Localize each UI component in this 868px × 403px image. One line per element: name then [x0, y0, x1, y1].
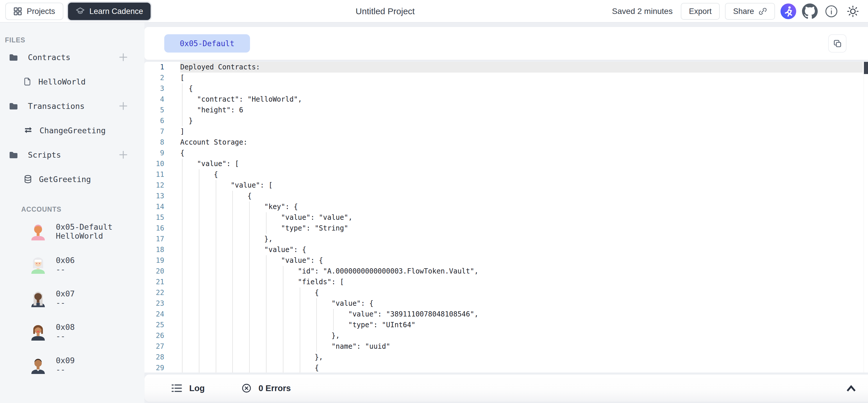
code-line[interactable]: "value": { [180, 244, 863, 255]
indent-guide [216, 244, 216, 255]
code-line[interactable]: { [180, 169, 863, 180]
add-contract-button[interactable] [118, 52, 128, 62]
editor-tab-bar: 0x05-Default [145, 27, 868, 60]
account-row-0x09[interactable]: 0x09 -- [0, 348, 145, 381]
indent-guide [182, 212, 183, 223]
code-line[interactable]: "value": { [180, 298, 863, 309]
info-button[interactable] [823, 3, 839, 20]
share-button[interactable]: Share [725, 3, 775, 20]
indent-guide [283, 363, 283, 372]
export-button[interactable]: Export [681, 3, 720, 20]
code-line[interactable]: "fields": [ [180, 277, 863, 288]
code-line[interactable]: } [180, 115, 863, 126]
file-label: ChangeGreeting [39, 126, 106, 135]
log-tab[interactable]: Log [171, 383, 205, 393]
line-number: 26 [145, 330, 175, 341]
code-line[interactable]: "type": "String" [180, 223, 863, 234]
indent-guide [249, 223, 250, 234]
indent-guide [182, 191, 183, 201]
sidebar-file-changegreeting[interactable]: ChangeGreeting [0, 118, 145, 142]
code-line[interactable]: "contract": "HelloWorld", [180, 94, 863, 105]
indent-guide [182, 363, 183, 372]
code-line[interactable]: }, [180, 352, 863, 363]
code-line[interactable]: "name": "uuid" [180, 341, 863, 352]
indent-guide [182, 244, 183, 255]
editor-scrollbar[interactable] [864, 62, 868, 372]
line-number: 29 [145, 363, 175, 372]
sidebar-folder-scripts[interactable]: Scripts [0, 142, 145, 167]
indent-guide [232, 234, 233, 244]
indent-guide [300, 341, 300, 352]
editor-code[interactable]: Deployed Contracts:[ { "contract": "Hell… [180, 62, 863, 372]
line-number: 23 [145, 298, 175, 309]
sidebar-file-getgreeting[interactable]: GetGreeting [0, 167, 145, 191]
add-script-button[interactable] [118, 150, 128, 160]
indent-guide [232, 288, 233, 298]
indent-guide [182, 83, 183, 94]
indent-guide [316, 330, 317, 341]
account-row-0x05[interactable]: 0x05-Default HelloWorld [0, 214, 145, 248]
indent-guide [216, 309, 216, 320]
log-panel-header[interactable]: Log 0 Errors [145, 374, 868, 402]
scrollbar-thumb[interactable] [864, 62, 868, 74]
line-number: 12 [145, 180, 175, 191]
account-deployed: -- [56, 298, 75, 307]
account-row-0x06[interactable]: 0x06 -- [0, 248, 145, 281]
indent-guide [182, 320, 183, 330]
account-address: 0x07 [56, 289, 75, 298]
project-title[interactable]: Untitled Project [355, 0, 414, 23]
code-line[interactable]: "type": "UInt64" [180, 320, 863, 330]
indent-guide [182, 255, 183, 266]
account-row-0x08[interactable]: 0x08 -- [0, 315, 145, 348]
line-number: 15 [145, 212, 175, 223]
code-line[interactable]: { [180, 363, 863, 372]
code-line[interactable]: [ [180, 73, 863, 83]
sidebar-folder-contracts[interactable]: Contracts [0, 45, 145, 69]
code-line[interactable]: { [180, 191, 863, 201]
playground-avatar[interactable] [780, 3, 797, 20]
code-line[interactable]: "value": "3891110078048108546", [180, 309, 863, 320]
expand-log-button[interactable] [846, 384, 856, 392]
code-line[interactable]: "id": "A.0000000000000003.FlowToken.Vaul… [180, 266, 863, 277]
errors-tab[interactable]: 0 Errors [242, 383, 291, 393]
indent-guide [249, 320, 250, 330]
code-line[interactable]: "height": 6 [180, 105, 863, 115]
code-line[interactable]: ] [180, 126, 863, 137]
indent-guide [216, 234, 216, 244]
indent-guide [216, 288, 216, 298]
sidebar-file-helloworld[interactable]: HelloWorld [0, 69, 145, 94]
code-line[interactable]: }, [180, 330, 863, 341]
code-line[interactable]: Account Storage: [180, 137, 863, 148]
code-editor[interactable]: 1234567891011121314151617181920212223242… [145, 62, 868, 372]
code-line[interactable]: { [180, 288, 863, 298]
code-line[interactable]: "value": { [180, 255, 863, 266]
indent-guide [232, 212, 233, 223]
account-row-0x07[interactable]: 0x07 -- [0, 281, 145, 315]
indent-guide [182, 201, 183, 212]
indent-guide [216, 212, 216, 223]
code-line[interactable]: { [180, 83, 863, 94]
indent-guide [283, 309, 283, 320]
projects-button[interactable]: Projects [5, 3, 63, 20]
file-label: HelloWorld [38, 77, 86, 86]
indent-guide [199, 191, 199, 201]
code-line[interactable]: "value": [ [180, 159, 863, 169]
learn-cadence-button[interactable]: Learn Cadence [68, 3, 151, 20]
sidebar-folder-transactions[interactable]: Transactions [0, 94, 145, 118]
github-icon [802, 3, 818, 19]
code-line[interactable]: "value": [ [180, 180, 863, 191]
copy-button[interactable] [828, 34, 846, 53]
code-line[interactable]: "value": "value", [180, 212, 863, 223]
indent-guide [232, 320, 233, 330]
link-icon [759, 7, 767, 15]
github-link[interactable] [802, 3, 818, 20]
theme-toggle-button[interactable] [845, 3, 861, 20]
code-line[interactable]: "key": { [180, 201, 863, 212]
code-line[interactable]: Deployed Contracts: [180, 62, 863, 73]
indent-guide [232, 330, 233, 341]
code-line[interactable]: { [180, 148, 863, 159]
tab-0x05-default[interactable]: 0x05-Default [164, 34, 250, 53]
add-transaction-button[interactable] [118, 101, 128, 111]
indent-guide [182, 277, 183, 288]
code-line[interactable]: }, [180, 234, 863, 244]
